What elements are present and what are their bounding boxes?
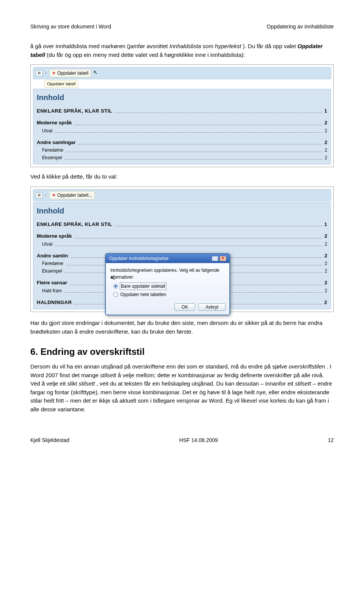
toc-select-icon[interactable]: ▦: [36, 70, 42, 76]
text-italic: Innhaldslista som hypertekst: [169, 43, 241, 49]
radio-label: Oppdater hele tabellen: [120, 291, 166, 298]
footer-left: Kjell Skjeldestad: [30, 436, 69, 444]
toc-entry-title: Føredøme: [42, 147, 63, 154]
text-run: å gå over innhaldslista med markøren (ja…: [30, 43, 169, 49]
update-toc-dialog: Oppdater innholdsfortegnelse ? ✕ Innhold…: [105, 253, 230, 315]
update-label: Oppdater tabell...: [57, 192, 92, 199]
toc-page-num: 1: [324, 107, 327, 115]
toc-page-num: 2: [325, 260, 327, 267]
dialog-title-text: Oppdater innholdsfortegnelse: [109, 255, 168, 262]
toc-entry-title: ENKLARE SPRÅK, KLAR STIL: [37, 107, 112, 115]
text-run: Dersom du vil ha ein annan utsjånad på o…: [30, 363, 289, 370]
toc-leader: [115, 219, 322, 227]
radio-label: Bare oppdater sidetall: [120, 283, 166, 290]
dialog-body: Innholdsfortegnelsen oppdateres. Velg et…: [106, 263, 229, 301]
toc-entry-title: Hald fram: [42, 287, 62, 294]
screenshot-box-1: ▦ ▾ ✦ Oppdater tabell ↖ Oppdater tabell …: [30, 64, 334, 167]
toc-leader: [55, 239, 322, 246]
divider: ▾: [45, 192, 47, 199]
toc-control-bar: ▦ ▾ ✦ Oppdater tabell...: [33, 189, 331, 201]
dialog-titlebar: Oppdater innholdsfortegnelse ? ✕: [106, 254, 229, 263]
text-run: ). Du får då opp valet: [243, 43, 297, 49]
toc-heading: Innhold: [37, 205, 327, 216]
toc-body: Innhold ENKLARE SPRÅK, KLAR STIL1Moderne…: [33, 89, 331, 165]
page-footer: Kjell Skjeldestad HSF 14.08.2009 12: [30, 436, 334, 444]
dialog-message: Innholdsfortegnelsen oppdateres. Velg et…: [110, 267, 225, 281]
toc-entry-title: HALDNINGAR: [37, 299, 72, 306]
toc-leader: [55, 126, 322, 133]
toc-page-num: 1: [324, 221, 327, 228]
toc-page-num: 2: [325, 252, 327, 260]
toc-page-num: 2: [325, 154, 327, 161]
toc-heading: Innhold: [37, 92, 327, 103]
toc-page-num: 2: [325, 147, 327, 154]
toc-page-num: 2: [325, 139, 327, 146]
toc-row: Eksempel2: [37, 154, 327, 161]
text-italic: stilsett: [100, 372, 116, 378]
toc-body: Innhold ENKLARE SPRÅK, KLAR STIL1Moderne…: [33, 202, 331, 310]
text-italic: stilsett: [295, 380, 311, 387]
footer-right: 12: [328, 436, 334, 444]
toc-entry-title: Fleire sansar: [37, 279, 67, 287]
cursor-icon: ↖: [110, 274, 115, 283]
toc-row: Utval2: [37, 240, 327, 248]
toc-entry-title: Føredøme: [42, 260, 63, 267]
close-icon[interactable]: ✕: [220, 256, 226, 261]
toc-entry-title: Utval: [42, 241, 52, 248]
toc-page-num: 2: [325, 279, 327, 287]
divider: ▾: [45, 70, 47, 77]
toc-leader: [66, 145, 322, 152]
toc-row: ENKLARE SPRÅK, KLAR STIL1: [37, 107, 327, 115]
update-label: Oppdater tabell: [57, 70, 88, 77]
toc-row: ENKLARE SPRÅK, KLAR STIL1: [37, 220, 327, 229]
toc-entry-title: Utval: [42, 127, 52, 134]
toc-page-num: 2: [325, 287, 327, 294]
ok-button[interactable]: OK: [174, 303, 195, 311]
section-paragraph: Dersom du vil ha ein annan utsjånad på o…: [30, 362, 334, 414]
intro-paragraph: å gå over innhaldslista med markøren (ja…: [30, 42, 334, 59]
toc-leader: [78, 137, 322, 145]
update-table-button[interactable]: ✦ Oppdater tabell...: [49, 191, 95, 199]
tooltip: Oppdater tabell: [44, 80, 78, 88]
radio-option-page-only[interactable]: Bare oppdater sidetall: [110, 282, 225, 290]
toc-list: ENKLARE SPRÅK, KLAR STIL1Moderne språk2U…: [37, 107, 327, 162]
tooltip-row: Oppdater tabell: [33, 79, 331, 88]
toc-select-icon[interactable]: ▦: [36, 192, 42, 198]
toc-page-num: 2: [324, 299, 327, 306]
toc-entry-title: ENKLARE SPRÅK, KLAR STIL: [37, 221, 112, 228]
text-italic: overskriftstilen: [289, 363, 325, 370]
toc-entry-title: Eksempel: [42, 154, 62, 161]
toc-control-bar: ▦ ▾ ✦ Oppdater tabell ↖: [33, 67, 331, 79]
after-text: Har du gjort store endringar i dokumente…: [30, 319, 334, 336]
footer-mid: HSF 14.08.2009: [179, 436, 218, 444]
toc-leader: [74, 118, 322, 125]
toc-leader: [74, 231, 322, 238]
toc-leader: [64, 153, 323, 160]
dialog-buttons: OK Avbryt: [106, 301, 229, 315]
toc-row: Utval2: [37, 127, 327, 135]
toc-page-num: 2: [325, 268, 327, 274]
toc-page-num: 2: [325, 232, 327, 240]
toc-entry-title: Eksempel: [42, 268, 62, 274]
text-run: , veit du at teksten får ein heilskapleg…: [96, 380, 295, 387]
header-right: Oppdatering av innhaldsliste: [267, 23, 334, 31]
cancel-button[interactable]: Avbryt: [198, 303, 226, 311]
text-run: (du får òg opp ein meny med dette valet …: [47, 52, 245, 58]
toc-page-num: 2: [325, 127, 327, 134]
between-text: Ved å klikke på dette, får du to val:: [30, 172, 334, 181]
refresh-icon: ✦: [52, 192, 56, 199]
cursor-icon: ↖: [93, 69, 98, 77]
screenshot-box-2: ▦ ▾ ✦ Oppdater tabell... Innhold ENKLARE…: [30, 187, 334, 312]
toc-page-num: 2: [325, 119, 327, 127]
radio-option-whole-table[interactable]: Oppdater hele tabellen: [110, 290, 225, 299]
update-table-button[interactable]: ✦ Oppdater tabell: [49, 69, 91, 77]
refresh-icon: ✦: [52, 70, 56, 77]
help-icon[interactable]: ?: [212, 256, 218, 261]
section-heading: 6. Endring av overskriftstil: [30, 345, 334, 359]
toc-page-num: 2: [325, 241, 327, 248]
page-header: Skriving av store dokument i Word Oppdat…: [30, 23, 334, 31]
text-italic: stilsett: [79, 380, 95, 387]
toc-entry-title: Andre samlin: [37, 252, 68, 260]
toc-leader: [115, 106, 322, 113]
header-left: Skriving av store dokument i Word: [30, 23, 111, 31]
